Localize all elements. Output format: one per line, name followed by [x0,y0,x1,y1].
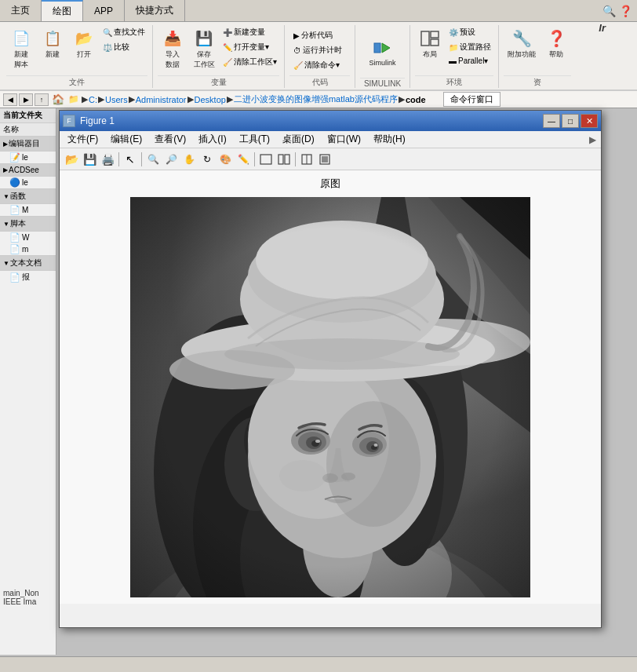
analyze-icon: ▶ [293,31,300,40]
tab-huitu[interactable]: 绘图 [42,0,83,21]
new-script-btn[interactable]: 📄 新建 脚本 [6,25,36,72]
menu-view[interactable]: 查看(V) [148,131,192,148]
bottom-text-1: main_Non [3,589,53,597]
file-group-label: 文件 [6,75,147,88]
analyze-code-btn[interactable]: ▶ 分析代码 [289,28,350,42]
fig-open-btn[interactable]: 📂 [63,151,80,168]
ribbon-group-simulink: Simulink SIMULINK [355,25,410,88]
tab-app[interactable]: APP [83,0,125,21]
menu-arrow-icon: ▶ [586,134,599,145]
path-admin[interactable]: Administrator [136,95,187,104]
ribbon-group-variable: 📥 导入 数据 💾 保存 工作区 ➕ 新建变量 ✏️ 打开变量▾ [153,25,285,88]
fig-link-btn[interactable] [316,151,333,168]
preset-btn[interactable]: ⚙️ 预设 [446,25,493,39]
find-files-btn[interactable]: 🔍 查找文件 [100,25,147,39]
new-variable-btn[interactable]: ➕ 新建变量 [220,25,279,39]
layout-btn[interactable]: 布局 [415,25,445,62]
fig-tool-sep3 [254,152,255,166]
textdoc-icon: 📄 [9,272,20,283]
path-desktop[interactable]: Desktop [195,95,226,104]
fig-colormap-btn[interactable]: ✏️ [235,151,252,168]
search-icon[interactable]: 🔍 [602,5,616,17]
path-users[interactable]: Users [105,95,128,104]
menu-file[interactable]: 文件(F) [61,131,104,148]
fig-pan-btn[interactable]: ✋ [180,151,198,168]
menu-insert[interactable]: 插入(I) [192,131,232,148]
sidebar-item-function-1[interactable]: 📄 M [0,204,56,216]
fig-zoom-in-btn[interactable]: 🔍 [144,151,162,168]
nav-forward-btn[interactable]: ▶ [19,93,33,106]
fig-layout1-btn[interactable] [257,151,275,168]
sidebar-item-editor-1[interactable]: 📝 le [0,152,56,163]
svg-rect-5 [260,155,271,164]
fig-select-btn[interactable]: ↖ [122,151,139,168]
home-icon: 🏠 [52,93,64,105]
simulink-btn[interactable]: Simulink [365,35,399,69]
sidebar-header-editor[interactable]: ▶ 编辑器目 [0,137,56,152]
sidebar-item-script-2[interactable]: 📄 m [0,243,56,255]
fig-print-btn[interactable]: 🖨️ [99,151,116,168]
sidebar-header-functions[interactable]: ▼ 函数 [0,188,56,204]
path-code[interactable]: code [406,95,426,104]
tab-kuaijie[interactable]: 快捷方式 [125,0,185,21]
path-project[interactable]: 二进小波变换的图像增强matlab源代码程序 [234,93,398,105]
sidebar-item-textdoc-1[interactable]: 📄 报 [0,271,56,283]
figure-toolbar: 📂 💾 🖨️ ↖ 🔍 🔎 ✋ ↻ 🎨 ✏️ [60,148,601,170]
help-btn[interactable]: ❓ 帮助 [541,25,571,62]
sidebar-header-textdoc[interactable]: ▼ 文本文档 [0,255,56,271]
fig-layout2-btn[interactable] [275,151,293,168]
new-btn[interactable]: 📋 新建 [38,25,67,62]
acdsee-icon: 🔵 [9,177,20,188]
command-window-label: 命令行窗口 [443,92,500,107]
addons-btn[interactable]: 🔧 附加功能 [504,25,540,62]
menu-desktop[interactable]: 桌面(D) [276,131,321,148]
script2-icon: 📄 [9,244,20,254]
svg-rect-4 [431,39,439,46]
menu-window[interactable]: 窗口(W) [321,131,367,148]
open-icon: 📂 [73,27,95,49]
figure-app-icon: F [63,115,75,127]
figure-titlebar: F Figure 1 — □ ✕ [60,111,601,131]
compare-btn[interactable]: ⚖️ 比较 [100,40,147,54]
nav-up-btn[interactable]: ↑ [35,93,49,106]
sidebar-header-script[interactable]: ▼ 脚本 [0,216,56,232]
import-data-btn[interactable]: 📥 导入 数据 [158,25,187,72]
fig-brush-btn[interactable] [298,151,315,168]
parallel-btn[interactable]: ▬ Parallel▾ [446,55,493,67]
preset-icon: ⚙️ [449,28,458,37]
minimize-btn[interactable]: — [543,114,560,128]
fig-datapoint-btn[interactable]: 🎨 [217,151,234,168]
fig-zoom-out-btn[interactable]: 🔎 [162,151,180,168]
sidebar-header-acdsee[interactable]: ▶ ACDSee [0,163,56,177]
menu-help[interactable]: 帮助(H) [367,131,412,148]
nav-back-btn[interactable]: ◀ [3,93,17,106]
sidebar-item-script-1[interactable]: 📄 W [0,232,56,243]
fig-rotate-btn[interactable]: ↻ [198,151,216,168]
clear-ws-icon: 🧹 [223,58,232,67]
variable-group-label: 变量 [158,75,279,88]
simulink-icon [371,37,393,59]
ribbon-group-code: ▶ 分析代码 ⏱ 运行并计时 🧹 清除命令▾ 代码 [285,25,355,88]
svg-rect-7 [285,155,289,164]
image-display [130,197,530,597]
open-btn[interactable]: 📂 打开 [69,25,99,62]
sidebar-item-acdsee-1[interactable]: 🔵 le [0,177,56,188]
help-icon[interactable]: ❓ [619,5,632,17]
set-path-btn[interactable]: 📁 设置路径 [446,40,493,54]
close-btn[interactable]: ✕ [581,114,598,128]
sidebar-section-textdoc: ▼ 文本文档 📄 报 [0,255,56,283]
menu-tools[interactable]: 工具(T) [233,131,276,148]
clear-commands-btn[interactable]: 🧹 清除命令▾ [289,58,350,72]
open-variable-btn[interactable]: ✏️ 打开变量▾ [220,40,279,54]
simulink-group-label: SIMULINK [360,78,405,88]
clear-workspace-btn[interactable]: 🧹 清除工作区▾ [220,55,279,69]
maximize-btn[interactable]: □ [562,114,579,128]
run-timed-btn[interactable]: ⏱ 运行并计时 [289,43,350,57]
tab-zhuyemian[interactable]: 主页 [0,0,42,21]
compare-icon: ⚖️ [103,43,112,52]
fig-save-btn[interactable]: 💾 [81,151,98,168]
menu-edit[interactable]: 编辑(E) [104,131,148,148]
ir-label: Ir [599,22,606,34]
save-workspace-btn[interactable]: 💾 保存 工作区 [189,25,219,72]
path-c[interactable]: C: [89,95,97,104]
